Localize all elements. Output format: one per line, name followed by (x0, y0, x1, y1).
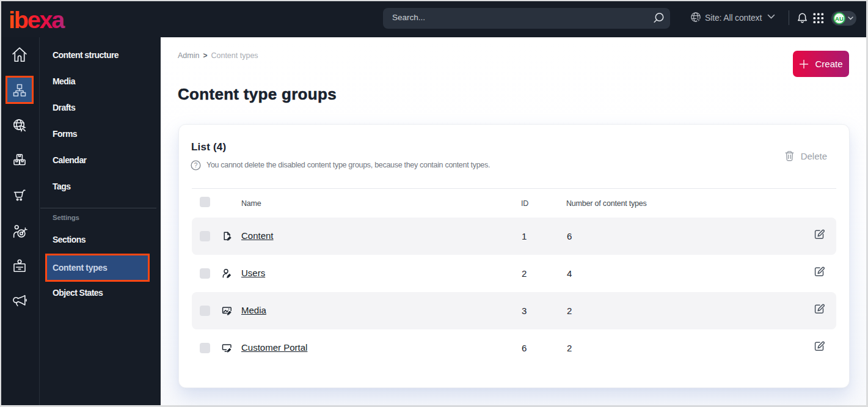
svg-text:?: ? (194, 162, 198, 169)
svg-text:ibexa: ibexa (10, 6, 65, 31)
